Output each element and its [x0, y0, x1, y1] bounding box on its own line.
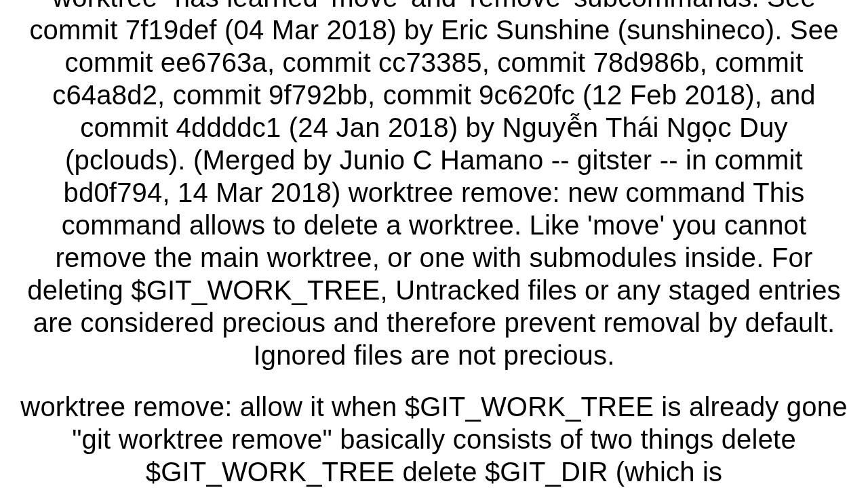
body-text-upper: worktree" has learned 'move' and 'remove… — [19, 0, 849, 371]
body-text-lower: worktree remove: allow it when $GIT_WORK… — [19, 390, 849, 488]
document-page: worktree" has learned 'move' and 'remove… — [0, 0, 868, 488]
